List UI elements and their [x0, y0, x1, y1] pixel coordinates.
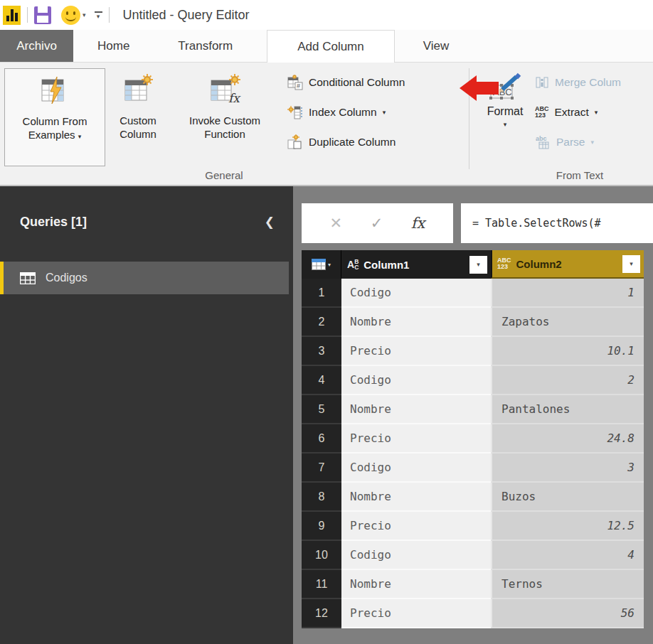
- grid-row: 3Precio10.1: [302, 337, 644, 366]
- grid-row: 11NombreTernos: [302, 570, 644, 599]
- formula-input[interactable]: = Table.SelectRows(#: [461, 203, 653, 243]
- custom-column-button[interactable]: Custom Column: [108, 68, 168, 166]
- column2-filter-button[interactable]: ▾: [622, 255, 640, 273]
- select-all-button[interactable]: ▾: [302, 250, 341, 279]
- invoke-custom-function-button[interactable]: fx Invoke Custom Function: [169, 68, 280, 166]
- commit-formula-icon[interactable]: ✓: [371, 215, 383, 232]
- grid-row: 10Codigo4: [302, 541, 644, 570]
- group-label-general: General: [167, 169, 281, 181]
- column2-cell[interactable]: 10.1: [491, 337, 644, 366]
- row-number-cell[interactable]: 12: [302, 599, 341, 628]
- column2-cell[interactable]: Pantalones: [491, 395, 644, 424]
- chevron-down-icon: ▾: [504, 121, 507, 128]
- column-header-column2[interactable]: ABC123 Column2 ▾: [491, 250, 644, 279]
- svg-text:fx: fx: [228, 91, 241, 105]
- duplicate-column-icon: [287, 134, 303, 150]
- column2-cell[interactable]: Zapatos: [491, 308, 644, 337]
- merge-columns-icon: [535, 75, 549, 90]
- row-number-cell[interactable]: 3: [302, 337, 341, 366]
- save-icon[interactable]: [34, 6, 51, 24]
- title-bar: ▾ ▾ Untitled - Query Editor: [0, 0, 653, 30]
- column1-cell[interactable]: Precio: [341, 599, 491, 628]
- cancel-formula-icon[interactable]: ✕: [330, 215, 343, 232]
- duplicate-column-button[interactable]: Duplicate Column: [287, 131, 405, 153]
- row-number-cell[interactable]: 8: [302, 483, 341, 512]
- row-number-cell[interactable]: 1: [302, 279, 341, 308]
- grid-header-row: ▾ A BC Column1 ▾ ABC123 Column2 ▾: [302, 250, 644, 279]
- column2-cell[interactable]: Buzos: [491, 483, 644, 512]
- row-number-cell[interactable]: 4: [302, 366, 341, 395]
- divider: [27, 7, 28, 23]
- grid-row: 7Codigo3: [302, 454, 644, 483]
- row-number-cell[interactable]: 5: [302, 395, 341, 424]
- column1-cell[interactable]: Nombre: [341, 308, 491, 337]
- grid-body: 1Codigo12NombreZapatos3Precio10.14Codigo…: [302, 279, 644, 628]
- divider: [109, 7, 110, 23]
- row-number-cell[interactable]: 6: [302, 424, 341, 454]
- grid-row: 4Codigo2: [302, 366, 644, 395]
- tab-archivo[interactable]: Archivo: [0, 30, 73, 62]
- tab-add-column[interactable]: Add Column: [267, 30, 395, 63]
- grid-row: 5NombrePantalones: [302, 395, 644, 424]
- column1-cell[interactable]: Nombre: [341, 483, 491, 512]
- column1-cell[interactable]: Codigo: [341, 454, 491, 483]
- queries-panel-title: Queries [1]: [20, 215, 87, 230]
- column1-cell[interactable]: Nombre: [341, 395, 491, 424]
- row-number-cell[interactable]: 2: [302, 308, 341, 337]
- column1-cell[interactable]: Codigo: [341, 541, 491, 570]
- column2-cell[interactable]: 2: [491, 366, 644, 395]
- table-icon: [312, 259, 326, 270]
- chevron-down-icon: ▾: [78, 133, 82, 140]
- column2-cell[interactable]: 24.8: [491, 424, 644, 454]
- powerbi-logo-icon: [3, 6, 21, 25]
- column1-cell[interactable]: Codigo: [341, 279, 491, 308]
- data-grid: ▾ A BC Column1 ▾ ABC123 Column2 ▾ 1Codig…: [302, 250, 644, 628]
- table-icon: [20, 272, 36, 284]
- collapse-panel-icon[interactable]: ❮: [265, 215, 275, 230]
- index-column-icon: [287, 104, 303, 120]
- index-column-button[interactable]: Index Column ▾: [287, 101, 405, 123]
- column1-cell[interactable]: Nombre: [341, 570, 491, 599]
- svg-text:abc: abc: [536, 135, 547, 142]
- column2-cell[interactable]: 3: [491, 454, 644, 483]
- column-header-column1[interactable]: A BC Column1 ▾: [341, 250, 491, 279]
- feedback-smiley-button[interactable]: ▾: [61, 6, 86, 25]
- row-number-cell[interactable]: 10: [302, 541, 341, 570]
- queries-panel: Queries [1] ❮ Codigos: [0, 186, 293, 644]
- row-number-cell[interactable]: 9: [302, 512, 341, 541]
- minimize-ribbon-icon[interactable]: ▾: [95, 11, 102, 18]
- column1-cell[interactable]: Precio: [341, 337, 491, 366]
- tab-view[interactable]: View: [399, 30, 474, 62]
- column2-cell[interactable]: 12.5: [491, 512, 644, 541]
- column2-cell[interactable]: Ternos: [491, 570, 644, 599]
- column1-filter-button[interactable]: ▾: [469, 256, 487, 274]
- ribbon: Column From Examples ▾ Custom Column: [0, 63, 653, 186]
- table-fx-icon: fx: [208, 74, 241, 105]
- row-number-cell[interactable]: 11: [302, 570, 341, 599]
- fx-icon[interactable]: fx: [411, 215, 425, 232]
- grid-row: 8NombreBuzos: [302, 483, 644, 512]
- conditional-column-button[interactable]: # Conditional Column: [287, 71, 405, 93]
- query-item-label: Codigos: [46, 272, 87, 284]
- window-title: Untitled - Query Editor: [123, 8, 250, 23]
- grid-row: 9Precio12.5: [302, 512, 644, 541]
- column1-cell[interactable]: Codigo: [341, 366, 491, 395]
- column2-cell[interactable]: 56: [491, 599, 644, 628]
- tab-home[interactable]: Home: [73, 30, 154, 62]
- table-gear-icon: [122, 74, 154, 105]
- column1-cell[interactable]: Precio: [341, 512, 491, 541]
- group-label-from-text: From Text: [523, 169, 637, 181]
- parse-button: abc Parse ▾: [535, 131, 621, 153]
- extract-button[interactable]: ABC123 Extract ▾: [535, 101, 621, 123]
- column2-cell[interactable]: 4: [491, 541, 644, 570]
- column2-cell[interactable]: 1: [491, 279, 644, 308]
- grid-row: 12Precio56: [302, 599, 644, 628]
- row-number-cell[interactable]: 7: [302, 454, 341, 483]
- query-item-codigos[interactable]: Codigos: [0, 262, 289, 294]
- grid-row: 6Precio24.8: [302, 424, 644, 454]
- column-from-examples-button[interactable]: Column From Examples ▾: [4, 68, 105, 166]
- chevron-down-icon: ▾: [83, 11, 86, 18]
- tab-transform[interactable]: Transform: [154, 30, 257, 62]
- column1-cell[interactable]: Precio: [341, 424, 491, 454]
- grid-row: 1Codigo1: [302, 279, 644, 308]
